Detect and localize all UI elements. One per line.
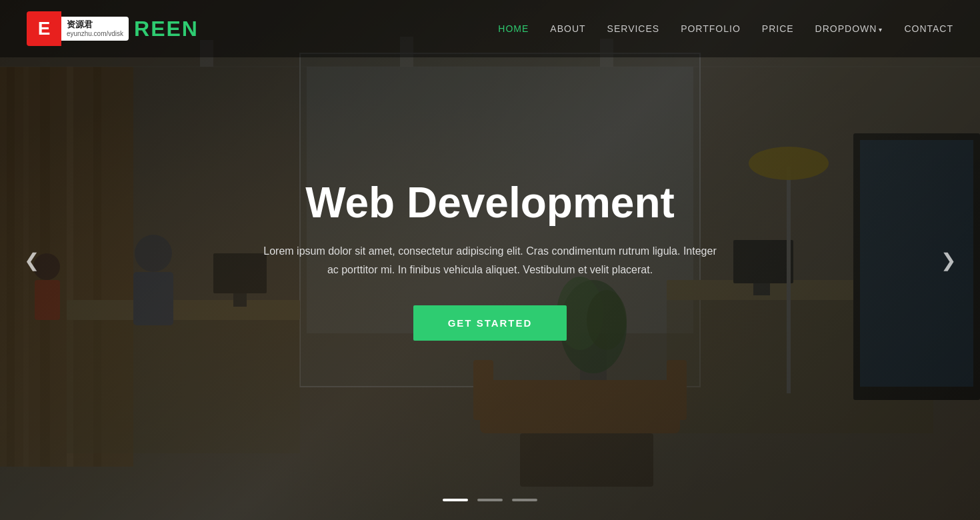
nav-links: HOME ABOUT SERVICES PORTFOLIO PRICE DROP… — [498, 23, 953, 35]
nav-link-dropdown[interactable]: DROPDOWN▾ — [815, 23, 883, 34]
nav-item-contact[interactable]: CONTACT — [904, 23, 953, 35]
nav-link-about[interactable]: ABOUT — [550, 23, 585, 34]
logo-area: E 资源君 eyunzhu.com/vdisk REEN — [27, 11, 199, 46]
logo-green-text: REEN — [134, 17, 199, 41]
next-slide-button[interactable]: ❯ — [930, 243, 967, 278]
nav-item-price[interactable]: PRICE — [762, 23, 794, 35]
nav-link-services[interactable]: SERVICES — [607, 23, 660, 34]
logo-chinese: 资源君 — [67, 19, 123, 30]
get-started-button[interactable]: GET STARTED — [413, 305, 567, 341]
hero-section: E 资源君 eyunzhu.com/vdisk REEN HOME ABOUT … — [0, 0, 980, 520]
nav-item-dropdown[interactable]: DROPDOWN▾ — [815, 23, 883, 35]
nav-link-portfolio[interactable]: PORTFOLIO — [681, 23, 741, 34]
prev-slide-button[interactable]: ❮ — [13, 243, 50, 278]
dot-1[interactable] — [443, 499, 468, 501]
nav-item-portfolio[interactable]: PORTFOLIO — [681, 23, 741, 35]
nav-item-about[interactable]: ABOUT — [550, 23, 585, 35]
nav-link-contact[interactable]: CONTACT — [904, 23, 953, 34]
dot-3[interactable] — [512, 499, 537, 501]
hero-title: Web Development — [237, 179, 743, 226]
logo-badge: E — [27, 11, 61, 46]
navbar: E 资源君 eyunzhu.com/vdisk REEN HOME ABOUT … — [0, 0, 980, 57]
logo-text-block: 资源君 eyunzhu.com/vdisk — [61, 17, 129, 41]
nav-item-home[interactable]: HOME — [498, 23, 529, 35]
nav-item-services[interactable]: SERVICES — [607, 23, 660, 35]
dropdown-arrow-icon: ▾ — [879, 26, 883, 33]
slide-dots — [443, 499, 537, 501]
logo-url: eyunzhu.com/vdisk — [67, 30, 123, 38]
dot-2[interactable] — [477, 499, 503, 501]
nav-link-price[interactable]: PRICE — [762, 23, 794, 34]
nav-link-home[interactable]: HOME — [498, 23, 529, 34]
hero-description: Lorem ipsum dolor sit amet, consectetur … — [263, 243, 717, 279]
hero-content: Web Development Lorem ipsum dolor sit am… — [237, 179, 743, 341]
